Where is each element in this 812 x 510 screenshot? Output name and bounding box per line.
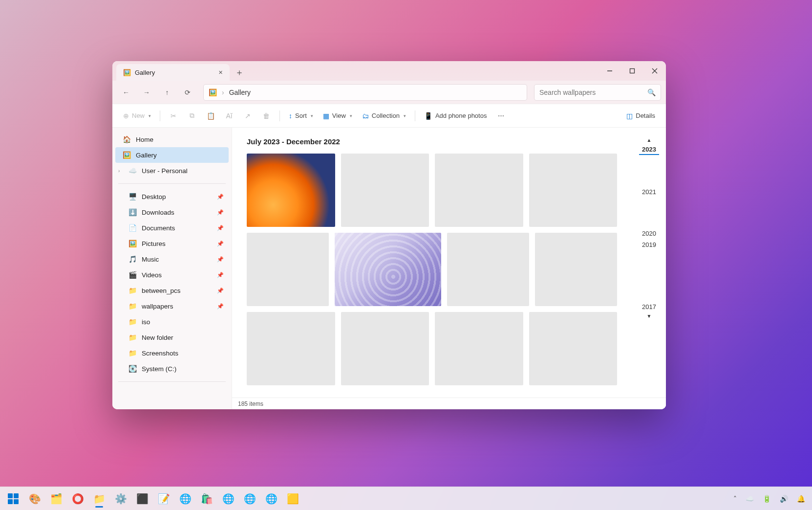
settings-taskbar[interactable]: ⚙️ — [110, 489, 131, 509]
pin-icon: 📌 — [217, 209, 224, 216]
thumbnail[interactable] — [247, 233, 329, 306]
sidebar-item-label: Music — [142, 256, 159, 263]
sort-button[interactable]: ↕ Sort ▾ — [285, 109, 317, 123]
svg-rect-1 — [630, 69, 635, 73]
thumbnail[interactable] — [535, 233, 617, 306]
toolbar: ⊕ New ▾ ✂ ⧉ 📋 Aĭ ↗ 🗑 ↕ Sort ▾ ▦ View ▾ 🗂… — [112, 104, 666, 128]
timeline-year[interactable]: 2019 — [639, 240, 659, 249]
sidebar-item-desktop[interactable]: 🖥️ Desktop 📌 — [115, 189, 229, 204]
view-label: View — [332, 112, 346, 119]
thumbnail[interactable] — [247, 312, 335, 385]
paste-button: 📋 — [202, 109, 219, 123]
tray-chevron-icon[interactable]: ˄ — [731, 493, 739, 505]
view-button[interactable]: ▦ View ▾ — [319, 109, 356, 123]
sidebar-item-system-c[interactable]: 💽 System (C:) — [115, 361, 229, 377]
timeline-year[interactable]: 2020 — [639, 229, 659, 238]
thumbnail[interactable] — [529, 312, 618, 385]
search-input[interactable] — [539, 89, 643, 96]
sidebar-item-pictures[interactable]: 🖼️ Pictures 📌 — [115, 236, 229, 251]
timeline-down-button[interactable]: ▼ — [647, 313, 652, 319]
taskbar-app[interactable]: 🌐 — [218, 489, 238, 509]
taskbar-app[interactable]: ⭕ — [67, 489, 88, 509]
sidebar-item-between-pcs[interactable]: 📁 between_pcs 📌 — [115, 283, 229, 298]
store-taskbar[interactable]: 🛍️ — [196, 489, 217, 509]
timeline: ▲ 2023 2021 2020 2019 2017 ▼ — [639, 137, 659, 388]
timeline-year[interactable]: 2017 — [639, 302, 659, 311]
sidebar-item-label: iso — [142, 318, 150, 326]
sidebar-item-music[interactable]: 🎵 Music 📌 — [115, 251, 229, 267]
tab-gallery[interactable]: 🖼️ Gallery ✕ — [116, 64, 230, 81]
sidebar-item-videos[interactable]: 🎬 Videos 📌 — [115, 267, 229, 283]
thumbnail[interactable] — [435, 312, 523, 385]
sidebar-item-user[interactable]: › ☁️ User - Personal — [115, 163, 229, 178]
thumbnail[interactable] — [341, 154, 429, 227]
gallery-icon: 🖼️ — [209, 89, 217, 96]
sidebar-item-gallery[interactable]: 🖼️ Gallery — [115, 147, 229, 163]
close-window-button[interactable] — [643, 61, 666, 81]
system-tray: ˄ ☁️ 🔋 🔊 🔔 — [731, 493, 809, 505]
taskbar-app[interactable]: 📝 — [153, 489, 174, 509]
details-pane-button[interactable]: ◫ Details — [622, 109, 659, 123]
gallery-area: July 2023 - December 2022 — [232, 128, 666, 409]
sidebar-item-label: Home — [136, 136, 153, 143]
rename-button: Aĭ — [221, 109, 237, 123]
gallery-scroll[interactable]: July 2023 - December 2022 — [232, 128, 666, 398]
refresh-button[interactable]: ⟳ — [179, 84, 196, 101]
folder-icon: 📁 — [128, 349, 137, 357]
forward-button[interactable]: → — [138, 84, 155, 101]
sidebar-item-iso[interactable]: 📁 iso — [115, 314, 229, 330]
sidebar-item-home[interactable]: 🏠 Home — [115, 132, 229, 147]
sidebar-item-screenshots[interactable]: 📁 Screenshots — [115, 345, 229, 361]
timeline-year[interactable]: 2021 — [639, 187, 659, 197]
sidebar-item-label: System (C:) — [142, 365, 176, 373]
sidebar-item-downloads[interactable]: ⬇️ Downloads 📌 — [115, 204, 229, 220]
sidebar-item-label: Documents — [142, 224, 175, 232]
tab-title: Gallery — [135, 69, 155, 76]
thumbnail[interactable] — [341, 312, 429, 385]
phone-icon: 📱 — [424, 112, 432, 120]
body: 🏠 Home 🖼️ Gallery › ☁️ User - Personal 🖥… — [112, 128, 666, 409]
chevron-right-icon[interactable]: › — [118, 168, 120, 174]
collection-label: Collection — [372, 112, 400, 119]
timeline-up-button[interactable]: ▲ — [647, 137, 652, 143]
sidebar-item-new-folder[interactable]: 📁 New folder — [115, 330, 229, 345]
timeline-year[interactable]: 2023 — [639, 145, 659, 155]
search-icon[interactable]: 🔍 — [647, 89, 656, 96]
sidebar-item-label: Gallery — [136, 152, 157, 159]
collection-button[interactable]: 🗂 Collection ▾ — [358, 109, 410, 123]
thumbnail[interactable] — [435, 154, 523, 227]
minimize-button[interactable] — [598, 61, 621, 81]
search-box[interactable]: 🔍 — [534, 84, 661, 101]
onedrive-tray-icon[interactable]: ☁️ — [744, 493, 756, 505]
address-bar[interactable]: 🖼️ › Gallery — [203, 84, 527, 101]
thumbnail[interactable] — [335, 233, 441, 306]
task-view-button[interactable]: 🗂️ — [46, 489, 66, 509]
thumbnail[interactable] — [247, 154, 335, 227]
pin-icon: 📌 — [217, 256, 224, 263]
thumbnail[interactable] — [447, 233, 529, 306]
taskbar-app[interactable]: 🌐 — [261, 489, 281, 509]
titlebar: 🖼️ Gallery ✕ ＋ — [112, 61, 666, 81]
tab-close-button[interactable]: ✕ — [218, 69, 223, 76]
edge-taskbar[interactable]: 🌐 — [175, 489, 195, 509]
file-explorer-taskbar[interactable]: 📁 — [89, 489, 109, 509]
sidebar-item-wallpapers[interactable]: 📁 wallpapers 📌 — [115, 298, 229, 314]
taskbar-app[interactable]: 🎨 — [24, 489, 45, 509]
notifications-tray-icon[interactable]: 🔔 — [795, 493, 807, 505]
battery-tray-icon[interactable]: 🔋 — [761, 493, 773, 505]
back-button[interactable]: ← — [117, 84, 135, 101]
volume-tray-icon[interactable]: 🔊 — [778, 493, 790, 505]
terminal-taskbar[interactable]: ⬛ — [132, 489, 152, 509]
taskbar-app[interactable]: 🟨 — [282, 489, 303, 509]
delete-button: 🗑 — [258, 109, 275, 123]
add-phone-label: Add phone photos — [435, 112, 487, 119]
more-button[interactable]: ⋯ — [492, 109, 509, 122]
sidebar-item-documents[interactable]: 📄 Documents 📌 — [115, 220, 229, 236]
add-phone-photos-button[interactable]: 📱 Add phone photos — [420, 109, 491, 123]
up-button[interactable]: ↑ — [158, 84, 176, 101]
thumbnail[interactable] — [529, 154, 618, 227]
new-tab-button[interactable]: ＋ — [230, 64, 249, 81]
taskbar-app[interactable]: 🌐 — [239, 489, 260, 509]
start-button[interactable] — [3, 489, 23, 509]
maximize-button[interactable] — [621, 61, 643, 81]
